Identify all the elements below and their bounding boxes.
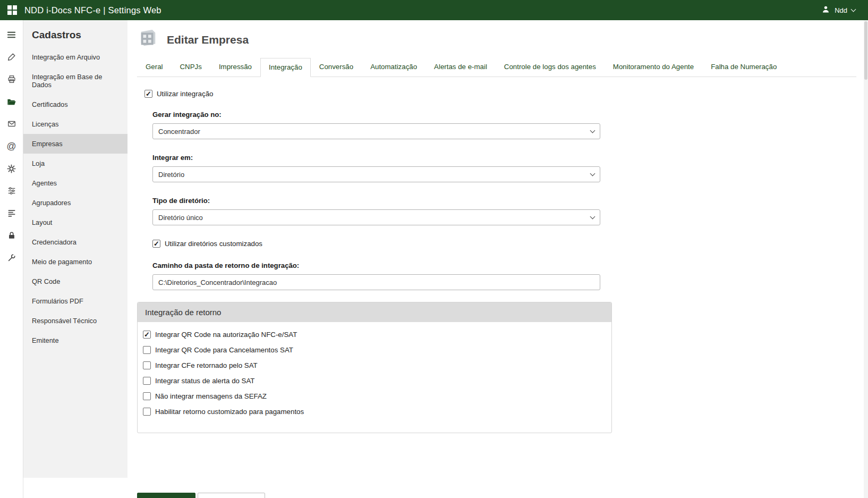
at-icon[interactable]: @: [0, 135, 23, 157]
checkbox-label: Integrar CFe retornado pelo SAT: [155, 361, 258, 369]
label-tipo-de-diretorio: Tipo de diretório:: [152, 197, 856, 205]
tab-cnpjs[interactable]: CNPJs: [172, 57, 210, 77]
sidebar-cadastros: Cadastros Integração em Arquivo Integraç…: [23, 20, 127, 478]
sidebar-item-emitente[interactable]: Emitente: [23, 331, 127, 350]
topbar: NDD i-Docs NFC-e | Settings Web Ndd: [0, 0, 868, 20]
checkbox-label: Integrar status de alerta do SAT: [155, 377, 255, 385]
page-title: Editar Empresa: [167, 33, 249, 46]
checkbox-label: Integrar QR Code para Cancelamentos SAT: [155, 346, 293, 354]
app-logo-icon[interactable]: [7, 5, 17, 15]
icon-sidebar: @: [0, 20, 23, 498]
sidebar-item-integracao-em-arquivo[interactable]: Integração em Arquivo: [23, 47, 127, 67]
wrench-icon[interactable]: [0, 247, 23, 269]
tab-conversao[interactable]: Conversão: [311, 57, 362, 77]
checkbox-label: Habilitar retorno customizado para pagam…: [155, 408, 304, 416]
sidebar-item-integracao-em-base-de-dados[interactable]: Integração em Base de Dados: [23, 67, 127, 95]
main-content: Editar Empresa Geral CNPJs Impressão Int…: [127, 20, 868, 498]
tab-bar: Geral CNPJs Impressão Integração Convers…: [137, 57, 856, 77]
user-icon: [821, 5, 830, 15]
select-value: Diretório: [158, 171, 184, 179]
sidebar-item-qr-code[interactable]: QR Code: [23, 272, 127, 291]
sliders-icon[interactable]: [0, 180, 23, 202]
sidebar-item-loja[interactable]: Loja: [23, 154, 127, 173]
checkbox-integrar-qr-autorizacao[interactable]: Integrar QR Code na autorização NFC-e/SA…: [143, 331, 604, 339]
checkbox-integrar-status-alerta-sat[interactable]: Integrar status de alerta do SAT: [143, 377, 604, 385]
sidebar-item-formularios-pdf[interactable]: Formulários PDF: [23, 291, 127, 311]
mail-icon[interactable]: [0, 113, 23, 135]
sidebar-item-layout[interactable]: Layout: [23, 213, 127, 232]
sidebar-item-agrupadores[interactable]: Agrupadores: [23, 193, 127, 213]
user-name: Ndd: [835, 6, 847, 14]
checkbox-icon: [143, 346, 151, 354]
app-title: NDD i-Docs NFC-e | Settings Web: [24, 5, 161, 15]
tab-monitoramento-do-agente[interactable]: Monitoramento do Agente: [605, 57, 702, 77]
menu-icon[interactable]: [0, 23, 23, 46]
panel-title: Integração de retorno: [138, 302, 611, 322]
chevron-down-icon: [851, 7, 856, 12]
tab-automatizacao[interactable]: Automatização: [362, 57, 426, 77]
checkbox-icon: [144, 90, 152, 98]
select-gerar-integracao[interactable]: Concentrador: [152, 123, 600, 139]
printer-icon[interactable]: [0, 68, 23, 90]
select-integrar-em[interactable]: Diretório: [152, 166, 600, 182]
label-integrar-em: Integrar em:: [152, 154, 856, 162]
gear-icon[interactable]: [0, 157, 23, 180]
checkbox-label: Utilizar integração: [157, 90, 213, 98]
checkbox-icon: [143, 331, 151, 339]
checkbox-icon: [143, 392, 151, 400]
chevron-down-icon: [590, 214, 595, 219]
scrollbar-thumb[interactable]: [864, 21, 867, 80]
tools-icon[interactable]: [0, 46, 23, 68]
panel-integracao-de-retorno: Integração de retorno Integrar QR Code n…: [137, 302, 612, 433]
checkbox-label: Utilizar diretórios customizados: [165, 240, 262, 248]
user-menu[interactable]: Ndd: [821, 5, 860, 15]
tab-falha-de-numeracao[interactable]: Falha de Numeração: [702, 57, 785, 77]
vertical-scrollbar[interactable]: [864, 20, 868, 498]
checkbox-icon: [152, 240, 160, 248]
layout-lines-icon[interactable]: [0, 202, 23, 224]
checkbox-nao-integrar-mensagens-sefaz[interactable]: Não integrar mensagens da SEFAZ: [143, 392, 604, 400]
select-value: Diretório único: [158, 214, 203, 222]
lock-icon[interactable]: [0, 224, 23, 247]
cancel-button[interactable]: Cancelar: [198, 493, 265, 498]
input-caminho-retorno[interactable]: [152, 274, 600, 290]
label-gerar-integracao: Gerar integração no:: [152, 111, 856, 119]
checkbox-label: Integrar QR Code na autorização NFC-e/SA…: [155, 331, 297, 339]
checkbox-icon: [143, 361, 151, 369]
sidebar-item-meio-de-pagamento[interactable]: Meio de pagamento: [23, 252, 127, 272]
sidebar-item-agentes[interactable]: Agentes: [23, 173, 127, 193]
chevron-down-icon: [590, 128, 595, 133]
tab-controle-de-logs[interactable]: Controle de logs dos agentes: [496, 57, 605, 77]
tab-geral[interactable]: Geral: [137, 57, 172, 77]
checkbox-utilizar-diretorios-customizados[interactable]: Utilizar diretórios customizados: [152, 240, 856, 248]
checkbox-integrar-cfe-sat[interactable]: Integrar CFe retornado pelo SAT: [143, 361, 604, 369]
checkbox-label: Não integrar mensagens da SEFAZ: [155, 392, 267, 400]
sidebar-item-empresas[interactable]: Empresas: [23, 134, 127, 154]
sidebar-item-responsavel-tecnico[interactable]: Responsável Técnico: [23, 311, 127, 331]
checkbox-icon: [143, 408, 151, 416]
chevron-down-icon: [590, 171, 595, 176]
save-button[interactable]: Gravar: [137, 493, 195, 498]
sidebar-item-credenciadora[interactable]: Credenciadora: [23, 232, 127, 252]
sidebar-title: Cadastros: [23, 20, 127, 47]
checkbox-habilitar-retorno-customizado[interactable]: Habilitar retorno customizado para pagam…: [143, 408, 604, 416]
checkbox-utilizar-integracao[interactable]: Utilizar integração: [144, 90, 856, 98]
select-value: Concentrador: [158, 128, 200, 136]
sidebar-item-certificados[interactable]: Certificados: [23, 95, 127, 114]
tab-alertas-de-email[interactable]: Alertas de e-mail: [426, 57, 496, 77]
sidebar-item-licencas[interactable]: Licenças: [23, 114, 127, 134]
checkbox-integrar-qr-cancelamentos[interactable]: Integrar QR Code para Cancelamentos SAT: [143, 346, 604, 354]
label-caminho-retorno: Caminho da pasta de retorno de integraçã…: [152, 261, 856, 269]
tab-impressao[interactable]: Impressão: [210, 57, 260, 77]
tab-integracao[interactable]: Integração: [260, 58, 311, 77]
checkbox-icon: [143, 377, 151, 385]
select-tipo-de-diretorio[interactable]: Diretório único: [152, 209, 600, 225]
building-icon: [137, 29, 159, 51]
folder-icon[interactable]: [0, 90, 23, 113]
